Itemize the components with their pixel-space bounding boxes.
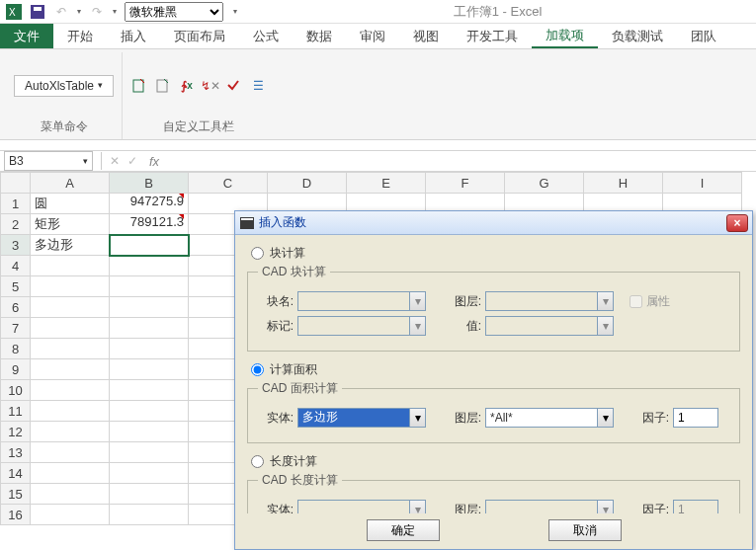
tab-formula[interactable]: 公式: [239, 24, 293, 48]
col-header[interactable]: F: [426, 173, 505, 194]
select-all-corner[interactable]: [1, 173, 31, 194]
block-name-label: 块名:: [258, 293, 294, 310]
radio-block-input[interactable]: [251, 247, 264, 260]
length-calc-group: CAD 长度计算 实体: ▾ 图层: ▾ 因子:: [247, 472, 740, 513]
autoxlstable-label: AutoXlsTable: [25, 79, 94, 93]
row-header[interactable]: 10: [1, 380, 31, 401]
area-layer-combo[interactable]: *All*▾: [485, 408, 614, 428]
row-header[interactable]: 3: [1, 235, 31, 256]
area-calc-legend: CAD 面积计算: [258, 380, 342, 397]
autoxlstable-button[interactable]: AutoXlsTable ▾: [14, 75, 114, 97]
formula-input[interactable]: [167, 151, 756, 171]
row-header[interactable]: 11: [1, 401, 31, 422]
row-header[interactable]: 13: [1, 442, 31, 463]
tool-icon-5[interactable]: [225, 77, 243, 95]
tab-data[interactable]: 数据: [293, 24, 346, 48]
cell[interactable]: 947275.9: [110, 194, 189, 214]
redo-icon[interactable]: ↷: [88, 3, 106, 21]
name-box-value: B3: [9, 154, 24, 168]
row-header[interactable]: 12: [1, 422, 31, 442]
fx-icon[interactable]: fx: [141, 154, 167, 169]
row-header[interactable]: 6: [1, 297, 31, 318]
cell[interactable]: 圆: [31, 194, 110, 214]
radio-length-input[interactable]: [251, 455, 264, 468]
tool-icon-6[interactable]: ☰: [249, 77, 267, 95]
comment-indicator-icon: [179, 214, 184, 219]
undo-dropdown-icon[interactable]: ▾: [73, 7, 85, 16]
tab-addins[interactable]: 加载项: [532, 24, 598, 48]
col-header[interactable]: C: [189, 173, 268, 194]
svg-rect-3: [34, 7, 42, 11]
block-layer-label: 图层:: [442, 293, 481, 310]
qat-font-select[interactable]: 微软雅黑: [125, 2, 223, 22]
insert-function-dialog: 插入函数 × 块计算 CAD 块计算 块名: ▾ 图层: ▾ 属性 标记: ▾: [234, 210, 753, 550]
block-layer-combo[interactable]: ▾: [485, 291, 614, 311]
block-name-combo[interactable]: ▾: [297, 291, 426, 311]
fx-cancel-icon[interactable]: ✕: [106, 152, 124, 170]
comment-indicator-icon: [179, 194, 184, 198]
tab-team[interactable]: 团队: [677, 24, 730, 48]
row-header[interactable]: 7: [1, 318, 31, 339]
cell[interactable]: 矩形: [31, 214, 110, 235]
tab-layout[interactable]: 页面布局: [160, 24, 239, 48]
tab-dev[interactable]: 开发工具: [453, 24, 532, 48]
tab-loadtest[interactable]: 负载测试: [598, 24, 677, 48]
radio-length-calc[interactable]: 长度计算: [247, 453, 740, 470]
tool-icon-1[interactable]: [130, 77, 148, 95]
ribbon-group-menu: AutoXlsTable ▾ 菜单命令: [6, 52, 123, 139]
len-layer-label: 图层:: [442, 502, 481, 514]
len-layer-combo[interactable]: ▾: [485, 500, 614, 513]
value-combo[interactable]: ▾: [485, 316, 614, 336]
qat-customize-icon[interactable]: ▾: [229, 7, 241, 16]
fx-ok-icon[interactable]: ✓: [124, 152, 141, 170]
active-cell[interactable]: [110, 235, 189, 256]
row-header[interactable]: 16: [1, 505, 31, 525]
redo-dropdown-icon[interactable]: ▾: [109, 7, 121, 16]
undo-icon[interactable]: ↶: [52, 3, 70, 21]
col-header[interactable]: I: [663, 173, 742, 194]
mark-combo[interactable]: ▾: [297, 316, 426, 336]
col-header[interactable]: G: [505, 173, 584, 194]
row-header[interactable]: 8: [1, 339, 31, 359]
row-header[interactable]: 4: [1, 256, 31, 276]
area-factor-input[interactable]: [673, 408, 718, 428]
col-header[interactable]: A: [31, 173, 110, 194]
col-header[interactable]: H: [584, 173, 663, 194]
cancel-button[interactable]: 取消: [548, 519, 622, 541]
name-box[interactable]: B3 ▾: [4, 151, 93, 171]
row-header[interactable]: 5: [1, 276, 31, 297]
tool-icon-2[interactable]: [154, 77, 172, 95]
tab-review[interactable]: 审阅: [346, 24, 399, 48]
tool-icon-3[interactable]: ∱x: [178, 77, 196, 95]
tab-insert[interactable]: 插入: [107, 24, 160, 48]
ok-button[interactable]: 确定: [367, 519, 440, 541]
row-header[interactable]: 9: [1, 359, 31, 380]
attr-label: 属性: [646, 293, 670, 310]
tab-file[interactable]: 文件: [0, 24, 53, 48]
area-entity-combo[interactable]: 多边形▾: [297, 408, 426, 428]
len-factor-input: [673, 500, 718, 513]
col-header[interactable]: B: [110, 173, 189, 194]
radio-area-calc[interactable]: 计算面积: [247, 361, 740, 378]
save-icon[interactable]: [29, 3, 46, 21]
row-header[interactable]: 14: [1, 463, 31, 484]
len-entity-combo[interactable]: ▾: [297, 500, 426, 513]
dialog-body: 块计算 CAD 块计算 块名: ▾ 图层: ▾ 属性 标记: ▾ 值: ▾: [235, 235, 752, 513]
cell[interactable]: 789121.3: [110, 214, 189, 235]
dialog-title-bar[interactable]: 插入函数 ×: [235, 211, 752, 235]
close-button[interactable]: ×: [726, 214, 748, 232]
name-box-dropdown-icon: ▾: [83, 157, 88, 166]
dialog-icon: [239, 215, 255, 231]
row-header[interactable]: 2: [1, 214, 31, 235]
col-header[interactable]: E: [347, 173, 426, 194]
radio-area-input[interactable]: [251, 363, 264, 376]
row-header[interactable]: 15: [1, 484, 31, 505]
ribbon-group-custom: ∱x ↯✕ ☰ 自定义工具栏: [123, 52, 275, 139]
col-header[interactable]: D: [268, 173, 347, 194]
radio-block-calc[interactable]: 块计算: [247, 245, 740, 262]
tab-home[interactable]: 开始: [53, 24, 107, 48]
cell[interactable]: 多边形: [31, 235, 110, 256]
tool-icon-4[interactable]: ↯✕: [202, 77, 219, 95]
tab-view[interactable]: 视图: [399, 24, 453, 48]
row-header[interactable]: 1: [1, 194, 31, 214]
